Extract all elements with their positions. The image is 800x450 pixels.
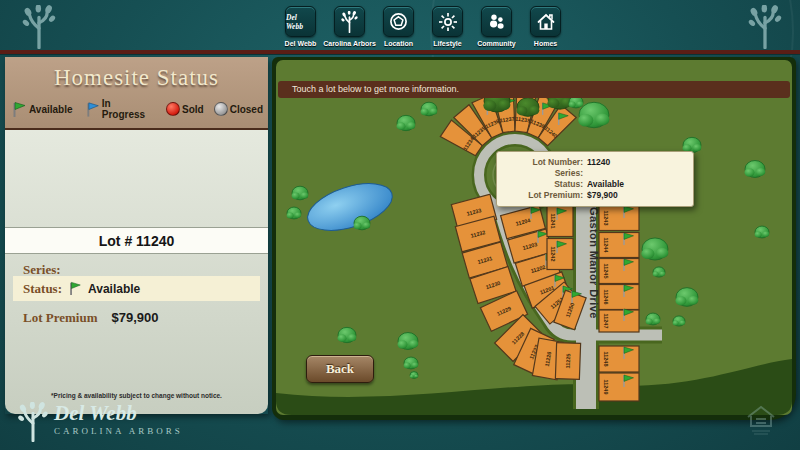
sun-icon	[438, 12, 458, 32]
street-name-label: Gaston Manor Drive	[588, 207, 600, 319]
bush-icon	[410, 372, 418, 379]
bush-icon	[398, 333, 419, 350]
svg-text:11241: 11241	[550, 214, 556, 229]
nav-label: Del Webb	[285, 40, 317, 47]
svg-text:11247: 11247	[603, 314, 609, 329]
bush-icon	[287, 207, 302, 219]
nav-carolina-arbors[interactable]: Carolina Arbors	[330, 6, 369, 47]
kiosk-screen: { "header": { "nav": [ {"label": "Del We…	[0, 0, 800, 450]
map-lot-11246[interactable]: 11246	[599, 285, 639, 310]
equal-housing-icon	[744, 404, 778, 436]
map-lot-11241[interactable]: 11241	[547, 206, 573, 237]
nav-community[interactable]: Community	[477, 6, 516, 47]
panel-body: Lot # 11240 Series: Status: Available Lo…	[5, 130, 268, 414]
status-value: Available	[88, 282, 140, 296]
svg-text:11248: 11248	[603, 352, 609, 367]
tree-icon	[341, 11, 358, 33]
svg-text:11246: 11246	[603, 290, 609, 305]
nav-lifestyle[interactable]: Lifestyle	[428, 6, 467, 47]
bush-icon	[354, 216, 371, 230]
people-icon	[487, 12, 506, 31]
bush-icon	[755, 226, 770, 238]
nav-label: Location	[384, 40, 413, 47]
nav-label: Carolina Arbors	[323, 40, 376, 47]
legend-closed: Closed	[214, 102, 263, 116]
home-icon	[536, 12, 556, 32]
bush-icon	[641, 238, 668, 260]
panel-title: Homesite Status	[5, 65, 268, 91]
legend-available: Available	[11, 101, 73, 118]
svg-text:11242: 11242	[550, 247, 556, 262]
svg-text:11243: 11243	[603, 211, 609, 226]
map-lot-11225[interactable]: 11225	[555, 343, 580, 380]
corner-tree-icon-left	[22, 5, 56, 49]
svg-text:11245: 11245	[603, 264, 609, 279]
bush-icon	[292, 186, 309, 200]
gray-ball-icon	[214, 102, 228, 116]
status-green-flag-icon	[68, 281, 82, 296]
svg-text:11244: 11244	[603, 238, 609, 254]
bush-icon	[397, 115, 416, 130]
premium-row: Lot Premium $79,900	[23, 310, 159, 326]
premium-value: $79,900	[112, 310, 159, 325]
brand-name: Carolina Arbors	[54, 426, 183, 436]
nav-label: Lifestyle	[433, 40, 461, 47]
logo-tree-icon	[18, 402, 48, 442]
header-divider	[0, 50, 800, 55]
svg-text:11225: 11225	[565, 353, 572, 368]
bush-icon	[646, 313, 661, 325]
brand-logo: Del Webb Carolina Arbors	[18, 402, 183, 442]
status-row: Status: Available	[13, 276, 260, 301]
map-lot-11247[interactable]: 11247	[599, 309, 639, 332]
bush-icon	[578, 102, 609, 128]
bush-icon	[338, 327, 357, 342]
bush-icon	[745, 161, 766, 178]
svg-text:11249: 11249	[603, 380, 609, 395]
map-lot-11245[interactable]: 11245	[599, 259, 639, 284]
green-flag-icon	[11, 101, 27, 118]
nav-location[interactable]: Location	[379, 6, 418, 47]
bush-icon	[673, 316, 685, 326]
nav-del-webb[interactable]: Del Webb Del Webb	[281, 6, 320, 47]
delwebb-script-icon: Del Webb	[286, 13, 315, 31]
bush-icon	[421, 102, 438, 116]
corner-tree-icon-right	[748, 5, 782, 49]
red-ball-icon	[166, 102, 180, 116]
nav-label: Homes	[534, 40, 557, 47]
bush-icon	[653, 267, 665, 277]
main-nav: Del Webb Del Webb Carolina Arbors Locati…	[281, 6, 565, 47]
homesite-status-panel: Homesite Status Available In Progress So…	[5, 57, 268, 414]
map-lot-11243[interactable]: 11243	[599, 206, 639, 231]
map-lot-11248[interactable]: 11248	[599, 346, 639, 372]
blue-flag-icon	[85, 101, 100, 118]
status-legend: Available In Progress Sold Closed	[11, 98, 263, 120]
pricing-disclaimer: *Pricing & availability subject to chang…	[5, 392, 268, 399]
bush-icon	[675, 288, 698, 307]
map-lot-11244[interactable]: 11244	[599, 233, 639, 258]
tree-icon	[516, 98, 539, 117]
legend-in-progress: In Progress	[85, 98, 154, 120]
bush-icon	[404, 357, 419, 369]
map-lot-11249[interactable]: 11249	[599, 373, 639, 401]
map-instruction-bar: Touch a lot below to get more informatio…	[278, 81, 790, 98]
nav-label: Community	[477, 40, 516, 47]
nav-homes[interactable]: Homes	[526, 6, 565, 47]
selected-lot-header: Lot # 11240	[5, 227, 268, 254]
back-button[interactable]: Back	[306, 355, 374, 383]
legend-sold: Sold	[166, 102, 204, 116]
panel-header: Homesite Status Available In Progress So…	[5, 57, 268, 130]
location-wheel-icon	[389, 12, 408, 31]
lot-tooltip: Lot Number:11240 Series: Status:Availabl…	[496, 151, 694, 207]
brand-script: Del Webb	[54, 402, 183, 424]
map-lot-11242[interactable]: 11242	[547, 239, 573, 270]
site-map-panel: 1123411235112361123711238112391124011204…	[272, 57, 796, 420]
